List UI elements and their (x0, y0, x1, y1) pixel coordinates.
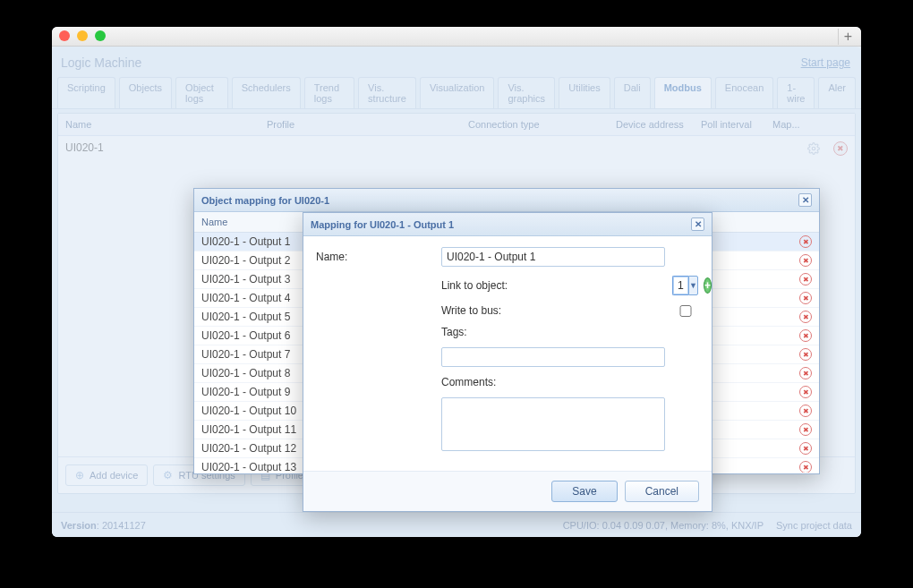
dlg1-title: Object mapping for UI020-1 (201, 195, 329, 206)
comments-field[interactable] (441, 397, 665, 451)
name-label: Name: (316, 251, 441, 263)
dlg2-header[interactable]: Mapping for UI020-1 - Output 1 ✕ (303, 213, 712, 236)
tags-label: Tags: (441, 326, 672, 338)
add-object-button[interactable]: + (704, 277, 712, 294)
delete-icon[interactable] (799, 386, 812, 398)
delete-icon[interactable] (799, 273, 812, 285)
app-window: + Logic Machine Start page Scripting Obj… (52, 27, 861, 537)
maximize-window-button[interactable] (95, 30, 106, 41)
delete-icon[interactable] (799, 442, 812, 455)
delete-icon[interactable] (799, 235, 812, 248)
titlebar: + (52, 27, 861, 47)
delete-icon[interactable] (799, 292, 812, 304)
name-field[interactable] (441, 247, 665, 267)
delete-icon[interactable] (799, 405, 812, 417)
delete-icon[interactable] (799, 311, 812, 323)
mapping-form-dialog: Mapping for UI020-1 - Output 1 ✕ Name: L… (303, 212, 712, 512)
close-window-button[interactable] (59, 30, 70, 41)
delete-icon[interactable] (799, 348, 812, 361)
delete-icon[interactable] (799, 367, 812, 379)
write-to-bus-checkbox[interactable] (672, 305, 699, 317)
dlg2-buttons: Save Cancel (303, 471, 712, 511)
dlg1-header[interactable]: Object mapping for UI020-1 ✕ (194, 189, 819, 212)
tags-field[interactable] (441, 347, 665, 367)
close-icon[interactable]: ✕ (798, 193, 812, 207)
save-button[interactable]: Save (551, 481, 617, 502)
comments-label: Comments: (441, 376, 672, 388)
cancel-button[interactable]: Cancel (625, 481, 699, 502)
delete-icon[interactable] (799, 329, 812, 342)
delete-icon[interactable] (799, 461, 812, 473)
dropdown-icon[interactable]: ▼ (688, 276, 698, 295)
link-label: Link to object: (441, 279, 672, 292)
write-label: Write to bus: (441, 304, 672, 317)
delete-icon[interactable] (799, 423, 812, 436)
delete-icon[interactable] (799, 254, 812, 267)
dlg2-title: Mapping for UI020-1 - Output 1 (311, 219, 454, 230)
link-to-object-field[interactable] (672, 276, 688, 295)
close-icon[interactable]: ✕ (691, 217, 704, 231)
minimize-window-button[interactable] (77, 30, 88, 41)
traffic-lights (59, 30, 106, 41)
new-tab-button[interactable]: + (838, 29, 858, 45)
form-body: Name: Link to object: ▼ + Write to bus: … (303, 236, 712, 471)
